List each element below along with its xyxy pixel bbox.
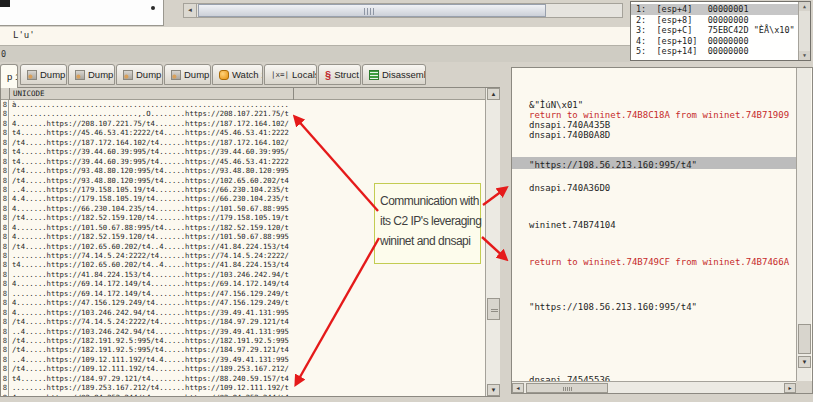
dump-bytes-text[interactable]: /t4.....https://182.191.92.5:995/t4.....… — [9, 345, 289, 354]
dump-bytes-text[interactable]: .............................,.O........… — [9, 109, 289, 118]
column-separator — [293, 88, 294, 100]
dump-bytes-text[interactable]: t4......https://39.44.60.39:995/t4......… — [9, 157, 289, 166]
tab-struct[interactable]: §Struct — [318, 64, 361, 85]
scroll-up-icon[interactable]: ▲ — [487, 88, 500, 100]
dump-address: 8 — [1, 223, 9, 232]
stack-arg-row[interactable]: 3: [esp+C] 75EBC42D "ÈÅ\x10" — [631, 25, 810, 36]
dump-row: 8........https://189.253.167.212/t4.....… — [1, 383, 484, 392]
tab-label: Dump 5 — [184, 69, 211, 80]
dump-bytes-text[interactable]: ..4.....https://179.158.105.19/t4.......… — [9, 185, 289, 194]
stack-arg-row[interactable]: 2: [esp+8] 00000000 — [631, 15, 810, 26]
scrollbar-thumb[interactable] — [526, 383, 608, 393]
stack-value-line[interactable]: dnsapi.740A435B — [529, 120, 610, 130]
tab-label: Watch 1 — [232, 69, 263, 80]
stack-arg-row[interactable]: 4: [esp+10] 00000000 — [631, 36, 810, 47]
tab-dump-3[interactable]: Dump 3 — [68, 64, 115, 85]
stack-value-line[interactable]: dnsapi.740A36D0 — [529, 183, 610, 193]
stack-value-line[interactable]: &"ÌúN\x01" — [529, 100, 583, 110]
window-corner-block — [0, 0, 10, 7]
scrollbar-thumb[interactable] — [798, 324, 811, 354]
dump-bytes-text[interactable]: ........https://189.253.167.212/t4......… — [9, 383, 289, 392]
dump-bytes-text[interactable]: /t4.....https://102.65.60.202/t4..4.....… — [9, 242, 289, 251]
dump-address: 8 — [1, 185, 9, 194]
dump-bytes-text[interactable]: t4......https://39.44.60.39:995/t4......… — [9, 147, 289, 156]
dump-bytes-text[interactable]: ..4.....https://109.12.111.192/t4.4.....… — [9, 355, 289, 364]
top-left-pane — [0, 0, 164, 26]
dump-address: 8 — [1, 194, 9, 203]
return-annotation-line[interactable]: return to wininet.74B8C18A from wininet.… — [529, 110, 789, 120]
scroll-up-icon[interactable]: ▲ — [799, 2, 810, 11]
stack-value-line[interactable]: "https://108.56.213.160:995/t4" — [529, 160, 697, 170]
tab-label: Locals — [292, 69, 317, 80]
scrollbar-grip — [491, 308, 498, 312]
dump-bytes-text[interactable]: /t4.....https://187.172.164.102/t4......… — [9, 138, 289, 147]
dump-bytes-text[interactable]: 4.4.....https://179.158.105.19/t4.......… — [9, 194, 289, 203]
dump-address: 8 — [1, 308, 9, 317]
tab-disassembly[interactable]: Disassembly — [362, 64, 426, 85]
dump-bytes-text[interactable]: 4.......https://182.52.159.120/t4.......… — [9, 232, 289, 241]
dump-bytes-text[interactable]: /t4.....https://182.52.159.120/t4.......… — [9, 213, 289, 222]
dump-bytes-text[interactable]: 4.......https://103.246.242.94/t4.......… — [9, 308, 289, 317]
dump-address: 8 — [1, 213, 9, 222]
stack-value-line[interactable]: wininet.74B74104 — [529, 220, 616, 230]
dump-bytes-text[interactable]: ........https://74.14.5.24:2222/t4......… — [9, 251, 289, 260]
dump-bytes-text[interactable]: 4.......https://47.156.129.249/t4.......… — [9, 298, 289, 307]
tab-p-1[interactable]: p 1 — [0, 64, 18, 88]
dump-address: 8 — [1, 345, 9, 354]
scroll-down-icon[interactable]: ▼ — [799, 51, 810, 60]
stack-value-line[interactable]: "https://108.56.213.160:995/t4" — [529, 302, 697, 312]
dump-bytes-text[interactable]: /t4.....https://93.48.80.120:995/t4.....… — [9, 166, 289, 175]
dump-row: 8/t4.....https://109.12.111.192/t4......… — [1, 364, 484, 373]
stack-vertical-scrollbar[interactable]: ▼ — [796, 68, 811, 381]
dump-bytes-text[interactable]: à.......................................… — [9, 100, 289, 109]
tab-dump-4[interactable]: Dump 4 — [116, 64, 163, 85]
dump-row: 8t4......https://45.46.53.41:2222/t4....… — [1, 128, 484, 137]
top-horizontal-scrollbar[interactable]: ◄ — [183, 3, 623, 18]
dump-bytes-text[interactable]: /t4.....https://182.191.92.5:995/t4.....… — [9, 336, 289, 345]
dump-icon — [123, 70, 133, 80]
dump-row: 8........https://69.14.172.149/t4.......… — [1, 289, 484, 298]
dump-bytes-text[interactable]: 4.......https://208.107.221.75/t4.......… — [9, 119, 289, 128]
scroll-right-icon[interactable]: ► — [784, 383, 796, 393]
return-annotation-line[interactable]: return to wininet.74B749CF from wininet.… — [529, 257, 789, 267]
dump-bytes-text[interactable]: /t4.....https://74.14.5.24:2222/t4......… — [9, 317, 289, 326]
scroll-down-icon[interactable]: ▼ — [798, 356, 811, 368]
call-arguments-panel: 1: [esp+4] 000000012: [esp+8] 000000003:… — [630, 1, 811, 61]
dump-bytes-text[interactable]: 4.......https://101.50.67.88:995/t4.....… — [9, 223, 289, 232]
stack-comments-panel: &"ÌúN\x01"return to wininet.74B8C18A fro… — [511, 67, 813, 394]
tab-watch-1[interactable]: Watch 1 — [212, 64, 263, 85]
dump-address: 8 — [1, 383, 9, 392]
snippet-text: L'u' — [13, 30, 35, 40]
arguments-scrollbar[interactable]: ▲ ▼ — [798, 2, 810, 60]
dump-vertical-scrollbar[interactable]: ▲ ▼ — [485, 88, 500, 396]
dump-row: 8t4......https://39.44.60.39:995/t4.....… — [1, 147, 484, 156]
scrollbar-thumb[interactable] — [198, 4, 546, 17]
dump-bytes-text[interactable]: /t4.....https://109.12.111.192/t4.......… — [9, 364, 289, 373]
stack-arg-row[interactable]: 1: [esp+4] 00000001 — [631, 4, 810, 15]
scroll-down-icon[interactable]: ▼ — [487, 384, 500, 396]
bullet-dot — [151, 6, 155, 10]
dump-address: 8 — [1, 355, 9, 364]
dump-row: 8/t4.....https://93.48.80.120:995/t4....… — [1, 166, 484, 175]
dump-bytes-text[interactable]: ..4.....https://103.246.242.94/t4.......… — [9, 327, 289, 336]
tab-dump-5[interactable]: Dump 5 — [164, 64, 211, 85]
dump-bytes-text[interactable]: t4......https://102.65.60.202/t4..4.....… — [9, 260, 289, 269]
dump-bytes-text[interactable]: 4.......https://92.84.252.244/t4........… — [9, 393, 289, 396]
dump-bytes-text[interactable]: t4......https://184.97.29.121/t4........… — [9, 374, 289, 383]
tab-locals[interactable]: |x=|Locals — [264, 64, 317, 85]
dump-bytes-text[interactable]: t4......https://45.46.53.41:2222/t4.....… — [9, 128, 289, 137]
dump-bytes-text[interactable]: /t4.....https://93.48.80.120:995/t4.....… — [9, 176, 289, 185]
scroll-left-icon[interactable]: ◄ — [512, 383, 524, 393]
tab-dump-2[interactable]: Dump 2 — [20, 64, 67, 85]
scroll-left-icon[interactable]: ◄ — [184, 4, 197, 17]
stack-arg-row[interactable]: 5: [esp+14] 00000000 — [631, 46, 810, 57]
dump-bytes-text[interactable]: ........https://69.14.172.149/t4........… — [9, 289, 289, 298]
dump-bytes-text[interactable]: 4.......https://66.230.104.235/t4.......… — [9, 204, 289, 213]
stack-horizontal-scrollbar[interactable]: ◄ ► — [512, 381, 796, 393]
dump-bytes-text[interactable]: 4.......https://69.14.172.149/t4........… — [9, 279, 289, 288]
dump-row: 8..4.....https://103.246.242.94/t4......… — [1, 327, 484, 336]
dump-row: 84.......https://92.84.252.244/t4.......… — [1, 393, 484, 396]
scrollbar-thumb[interactable] — [487, 298, 500, 320]
dump-bytes-text[interactable]: ........https://41.84.224.153/t4........… — [9, 270, 289, 279]
stack-value-line[interactable]: dnsapi.740B0A8D — [529, 130, 610, 140]
